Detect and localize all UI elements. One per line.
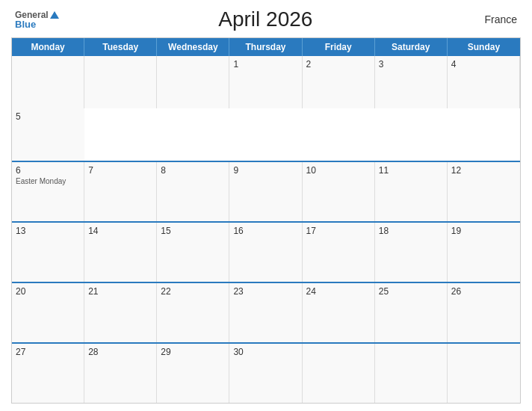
header-tuesday: Tuesday	[84, 38, 157, 56]
cell-apr-23: 23	[229, 283, 302, 342]
header-wednesday: Wednesday	[157, 38, 229, 56]
cell-apr-18: 18	[375, 223, 448, 282]
cell-apr-21: 21	[84, 283, 157, 342]
cell-apr-25: 25	[375, 283, 448, 342]
cell-w5-fri	[303, 344, 375, 403]
cell-apr-2: 2	[303, 56, 375, 108]
cell-w1-tue	[84, 56, 157, 108]
week-4: 20 21 22 23 24 25 26	[12, 282, 520, 342]
cell-apr-16: 16	[229, 223, 302, 282]
cell-apr-10: 10	[303, 162, 375, 221]
cell-w5-sun	[448, 344, 520, 403]
cell-apr-5: 5	[12, 108, 84, 161]
calendar-header: Monday Tuesday Wednesday Thursday Friday…	[12, 38, 520, 56]
cell-apr-9: 9	[229, 162, 302, 221]
cell-apr-22: 22	[157, 283, 229, 342]
cell-apr-17: 17	[303, 223, 375, 282]
cell-apr-14: 14	[84, 223, 157, 282]
cell-apr-27: 27	[12, 344, 84, 403]
page: General Blue April 2026 France Monday Tu…	[0, 0, 532, 411]
cell-apr-12: 12	[448, 162, 520, 221]
calendar-title: April 2026	[59, 7, 472, 31]
logo-blue-text: Blue	[15, 19, 59, 29]
cell-apr-29: 29	[157, 344, 229, 403]
week-1: 1 2 3 4 5	[12, 56, 520, 161]
header-thursday: Thursday	[229, 38, 302, 56]
header: General Blue April 2026 France	[11, 7, 521, 31]
cell-w5-sat	[375, 344, 448, 403]
week-2: 6 Easter Monday 7 8 9 10 11 12	[12, 161, 520, 221]
cell-w1-wed	[157, 56, 229, 108]
cell-apr-20: 20	[12, 283, 84, 342]
header-friday: Friday	[303, 38, 375, 56]
logo-general-text: General	[15, 10, 49, 19]
week-5: 27 28 29 30	[12, 342, 520, 403]
logo: General Blue	[15, 10, 59, 29]
cell-apr-3: 3	[375, 56, 448, 108]
easter-monday-label: Easter Monday	[16, 177, 80, 185]
cell-apr-6: 6 Easter Monday	[12, 162, 84, 221]
header-monday: Monday	[12, 38, 84, 56]
calendar: Monday Tuesday Wednesday Thursday Friday…	[11, 37, 521, 404]
header-sunday: Sunday	[448, 38, 520, 56]
cell-apr-8: 8	[157, 162, 229, 221]
week-3: 13 14 15 16 17 18 19	[12, 221, 520, 282]
cell-apr-15: 15	[157, 223, 229, 282]
country-label: France	[472, 13, 517, 25]
cell-apr-7: 7	[84, 162, 157, 221]
cell-apr-24: 24	[303, 283, 375, 342]
calendar-body: 1 2 3 4 5 6 Easter Monday 7 8 9 10 11 12	[12, 56, 520, 403]
cell-apr-4: 4	[448, 56, 520, 108]
logo-triangle-icon	[50, 11, 59, 19]
header-saturday: Saturday	[375, 38, 448, 56]
cell-apr-1: 1	[229, 56, 302, 108]
cell-apr-13: 13	[12, 223, 84, 282]
cell-apr-26: 26	[448, 283, 520, 342]
cell-w1-mon	[12, 56, 84, 108]
cell-apr-19: 19	[448, 223, 520, 282]
cell-apr-30: 30	[229, 344, 302, 403]
cell-apr-11: 11	[375, 162, 448, 221]
cell-apr-28: 28	[84, 344, 157, 403]
